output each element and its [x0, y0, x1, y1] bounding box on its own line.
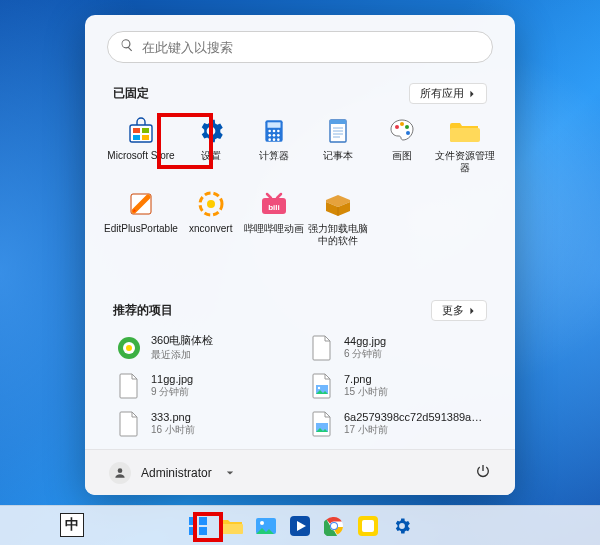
app-tile-explorer[interactable]: 文件资源管理器 — [433, 114, 497, 175]
app-thumb-icon — [115, 334, 143, 362]
svg-rect-42 — [199, 527, 207, 535]
power-button[interactable] — [475, 463, 491, 483]
chevron-right-icon — [468, 305, 476, 317]
recommended-section: 360电脑体检最近添加 44gg.jpg6 分钟前 11gg.jpg9 分钟前 … — [85, 327, 515, 449]
search-icon — [120, 38, 142, 56]
svg-rect-41 — [189, 527, 197, 535]
svg-point-45 — [260, 521, 264, 525]
image-file-icon — [308, 372, 336, 400]
svg-point-13 — [269, 138, 272, 141]
recommended-item[interactable]: 44gg.jpg6 分钟前 — [308, 333, 485, 362]
svg-rect-17 — [330, 120, 346, 124]
svg-point-25 — [406, 131, 410, 135]
file-icon — [115, 410, 143, 438]
app-tile-bilibili[interactable]: bili 哔哩哔哩动画 — [243, 187, 307, 248]
svg-point-23 — [400, 122, 404, 126]
search-box[interactable] — [107, 31, 493, 63]
app-tile-calculator[interactable]: 计算器 — [243, 114, 307, 175]
svg-point-10 — [269, 134, 272, 137]
taskbar-app-button[interactable] — [356, 514, 380, 538]
image-file-icon — [308, 410, 336, 438]
bilibili-icon: bili — [259, 189, 289, 219]
start-menu: 已固定 所有应用 Microsoft Store 设置 — [85, 15, 515, 495]
svg-rect-40 — [199, 517, 207, 525]
notepad-icon — [323, 116, 353, 146]
more-button[interactable]: 更多 — [431, 300, 487, 321]
svg-point-24 — [405, 125, 409, 129]
file-icon — [115, 372, 143, 400]
editplus-icon — [126, 189, 156, 219]
taskbar-settings-button[interactable] — [390, 514, 414, 538]
ime-indicator[interactable]: 中 — [60, 513, 84, 537]
svg-rect-4 — [142, 135, 149, 140]
chevron-down-icon — [222, 466, 234, 480]
svg-point-8 — [273, 130, 276, 133]
svg-point-9 — [277, 130, 280, 133]
app-tile-xnconvert[interactable]: xnconvert — [179, 187, 243, 248]
app-tile-settings[interactable]: 设置 — [179, 114, 243, 175]
folder-icon — [450, 116, 480, 146]
svg-point-29 — [207, 200, 215, 208]
taskbar-explorer-button[interactable] — [220, 514, 244, 538]
svg-point-22 — [395, 125, 399, 129]
search-input[interactable] — [142, 40, 480, 55]
taskbar — [0, 505, 600, 545]
store-icon — [126, 116, 156, 146]
recommended-item[interactable]: 360电脑体检最近添加 — [115, 333, 292, 362]
recommended-item[interactable]: 6a2579398cc72d591389af679703f3...17 小时前 — [308, 410, 485, 438]
recommended-item[interactable]: 7.png15 小时前 — [308, 372, 485, 400]
svg-rect-3 — [133, 135, 140, 140]
svg-point-11 — [273, 134, 276, 137]
svg-point-49 — [331, 523, 337, 529]
svg-point-7 — [269, 130, 272, 133]
chevron-right-icon — [468, 88, 476, 100]
pinned-grid-wrap: Microsoft Store 设置 计算器 记事本 — [85, 110, 515, 248]
svg-rect-43 — [221, 524, 243, 534]
svg-point-36 — [318, 387, 320, 389]
pinned-heading: 已固定 — [113, 85, 149, 102]
recommended-header: 推荐的项目 更多 — [85, 290, 515, 327]
app-tile-uninstaller[interactable]: 强力卸载电脑中的软件 — [306, 187, 370, 248]
recommended-item[interactable]: 11gg.jpg9 分钟前 — [115, 372, 292, 400]
svg-point-38 — [118, 468, 123, 473]
pinned-grid: Microsoft Store 设置 计算器 记事本 — [85, 110, 515, 248]
calculator-icon — [259, 116, 289, 146]
pinned-header: 已固定 所有应用 — [85, 73, 515, 110]
svg-point-12 — [277, 134, 280, 137]
taskbar-video-button[interactable] — [288, 514, 312, 538]
file-icon — [308, 334, 336, 362]
recommended-heading: 推荐的项目 — [113, 302, 173, 319]
user-account-button[interactable]: Administrator — [109, 462, 234, 484]
all-apps-button[interactable]: 所有应用 — [409, 83, 487, 104]
box-icon — [323, 189, 353, 219]
taskbar-chrome-button[interactable] — [322, 514, 346, 538]
gear-icon — [196, 116, 226, 146]
svg-rect-26 — [450, 128, 480, 142]
recommended-item[interactable]: 333.png16 小时前 — [115, 410, 292, 438]
svg-rect-1 — [133, 128, 140, 133]
start-footer: Administrator — [85, 449, 515, 495]
app-tile-microsoft-store[interactable]: Microsoft Store — [103, 114, 179, 175]
svg-point-15 — [277, 138, 280, 141]
svg-rect-2 — [142, 128, 149, 133]
avatar-icon — [109, 462, 131, 484]
paint-icon — [387, 116, 417, 146]
svg-point-14 — [273, 138, 276, 141]
taskbar-start-button[interactable] — [186, 514, 210, 538]
taskbar-photos-button[interactable] — [254, 514, 278, 538]
app-tile-editplus[interactable]: EditPlusPortable — [103, 187, 179, 248]
svg-rect-6 — [268, 122, 281, 127]
svg-point-34 — [126, 345, 132, 351]
app-tile-paint[interactable]: 画图 — [370, 114, 434, 175]
xnconvert-icon — [196, 189, 226, 219]
svg-rect-51 — [362, 520, 374, 532]
svg-rect-39 — [189, 517, 197, 525]
svg-text:bili: bili — [269, 203, 281, 212]
app-tile-notepad[interactable]: 记事本 — [306, 114, 370, 175]
